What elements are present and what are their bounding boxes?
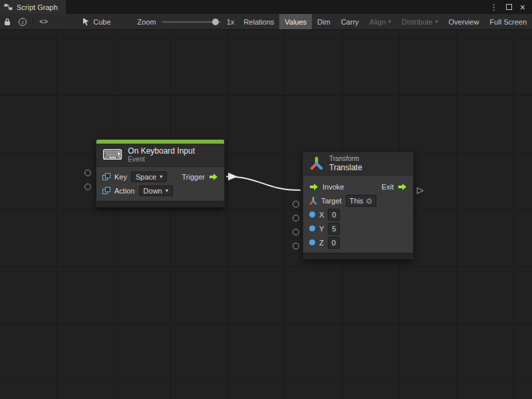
connection-wire[interactable] xyxy=(226,177,301,191)
target-value: This xyxy=(350,196,364,206)
z-field[interactable]: 0 xyxy=(328,237,340,249)
action-label: Action xyxy=(114,187,135,195)
node-footer xyxy=(96,201,224,207)
y-label: Y xyxy=(319,225,324,233)
dim-button[interactable]: Dim xyxy=(312,14,336,29)
overview-button[interactable]: Overview xyxy=(444,14,485,29)
y-field[interactable]: 5 xyxy=(328,223,340,235)
x-port-row: X 0 xyxy=(303,207,413,221)
window-menu-button[interactable]: ⋮ xyxy=(490,3,498,12)
toolbar-separator xyxy=(33,17,33,27)
action-port-row: Action Down ▾ xyxy=(96,184,224,198)
invoke-input-port[interactable] xyxy=(309,183,319,191)
keycode-icon xyxy=(102,173,110,181)
node-header: ⌨ On Keyboard Input Event xyxy=(96,144,224,167)
x-value: 0 xyxy=(332,209,336,220)
object-picker-icon: ⊙ xyxy=(366,196,372,206)
trigger-output-port[interactable] xyxy=(209,173,218,181)
zoom-slider-handle[interactable] xyxy=(212,19,219,25)
lock-button[interactable] xyxy=(0,14,15,29)
tab-bar: Script Graph ⋮ × xyxy=(0,0,532,14)
node-translate[interactable]: Transform Translate Invoke Exit xyxy=(303,152,414,259)
code-icon: <> xyxy=(39,18,48,26)
exit-output-port[interactable] xyxy=(398,183,407,191)
window-close-button[interactable]: × xyxy=(520,3,525,12)
exit-label: Exit xyxy=(382,183,394,191)
graph-target-label: Cube xyxy=(93,18,110,26)
align-button[interactable]: Align ▾ xyxy=(364,14,396,29)
zoom-value: 1x xyxy=(227,18,235,26)
dropdown-arrow-icon: ▾ xyxy=(160,174,162,180)
float-port-icon xyxy=(309,239,315,245)
connection-arrow xyxy=(228,173,237,181)
carry-button[interactable]: Carry xyxy=(336,14,364,29)
z-label: Z xyxy=(319,239,324,247)
target-input-port[interactable] xyxy=(293,201,299,207)
toolbar-buttons: Relations Values Dim Carry Align ▾ Distr… xyxy=(238,14,532,29)
key-dropdown[interactable]: Space ▾ xyxy=(131,172,167,182)
node-category: Transform xyxy=(329,155,362,163)
script-graph-icon xyxy=(4,3,13,11)
info-icon: i xyxy=(19,18,27,26)
invoke-port-row: Invoke Exit xyxy=(303,180,413,194)
y-input-port[interactable] xyxy=(293,229,299,235)
lock-icon xyxy=(4,18,11,26)
action-dropdown[interactable]: Down ▾ xyxy=(139,186,173,196)
window-maximize-button[interactable] xyxy=(506,4,512,10)
node-title: On Keyboard Input xyxy=(128,146,195,156)
fullscreen-button[interactable]: Full Screen xyxy=(484,14,532,29)
target-label: Target xyxy=(321,197,342,205)
action-input-port[interactable] xyxy=(84,184,91,190)
tab-script-graph[interactable]: Script Graph xyxy=(0,0,66,14)
trigger-label: Trigger xyxy=(182,173,205,181)
code-view-button[interactable]: <> xyxy=(35,14,52,29)
node-on-keyboard-input[interactable]: ⌨ On Keyboard Input Event Key Space ▾ Tr… xyxy=(96,139,225,207)
graph-canvas[interactable]: ▷ ⌨ On Keyboard Input Event Key Space ▾ xyxy=(0,30,532,399)
key-input-port[interactable] xyxy=(84,170,91,176)
key-value: Space xyxy=(136,173,156,181)
key-port-row: Key Space ▾ Trigger xyxy=(96,170,224,184)
z-input-port[interactable] xyxy=(293,243,299,249)
z-port-row: Z 0 xyxy=(303,235,413,249)
node-title: Translate xyxy=(329,163,362,172)
transform-mini-icon xyxy=(309,197,317,205)
action-value: Down xyxy=(144,187,162,195)
relations-button[interactable]: Relations xyxy=(238,14,279,29)
tab-title: Script Graph xyxy=(17,3,58,11)
transform-icon xyxy=(309,156,324,171)
float-port-icon xyxy=(309,211,315,217)
dropdown-arrow-icon: ▾ xyxy=(436,19,438,25)
target-port-row: Target This ⊙ xyxy=(303,194,413,207)
invoke-label: Invoke xyxy=(323,183,344,191)
zoom-slider[interactable] xyxy=(162,21,221,23)
cursor-icon xyxy=(82,18,90,26)
y-port-row: Y 5 xyxy=(303,221,413,235)
node-body: Key Space ▾ Trigger Action Down xyxy=(96,167,224,201)
graph-target-button[interactable]: Cube xyxy=(78,18,114,26)
x-field[interactable]: 0 xyxy=(328,209,340,221)
x-input-port[interactable] xyxy=(293,215,299,221)
info-button[interactable]: i xyxy=(15,14,31,29)
key-label: Key xyxy=(114,173,127,181)
window-controls: ⋮ × xyxy=(490,0,532,14)
keyboard-icon: ⌨ xyxy=(102,148,122,162)
align-label: Align xyxy=(370,18,386,26)
values-button[interactable]: Values xyxy=(279,14,312,29)
graph-toolbar: i <> Cube Zoom 1x Relations Values Dim C… xyxy=(0,14,532,30)
exit-flow-port[interactable]: ▷ xyxy=(417,186,424,194)
distribute-label: Distribute xyxy=(402,18,432,26)
node-header: Transform Translate xyxy=(303,152,413,176)
node-body: Invoke Exit Target This xyxy=(303,176,413,253)
target-field[interactable]: This ⊙ xyxy=(346,195,376,207)
y-value: 5 xyxy=(332,223,336,234)
keycode-icon xyxy=(102,187,110,195)
z-value: 0 xyxy=(332,237,336,248)
connections-layer xyxy=(0,30,532,399)
zoom-control: Zoom 1x xyxy=(138,18,235,26)
dropdown-arrow-icon: ▾ xyxy=(388,19,391,25)
dropdown-arrow-icon: ▾ xyxy=(166,188,168,194)
distribute-button[interactable]: Distribute ▾ xyxy=(396,14,443,29)
node-subtitle: Event xyxy=(128,156,195,164)
zoom-label: Zoom xyxy=(138,18,156,26)
float-port-icon xyxy=(309,225,315,231)
